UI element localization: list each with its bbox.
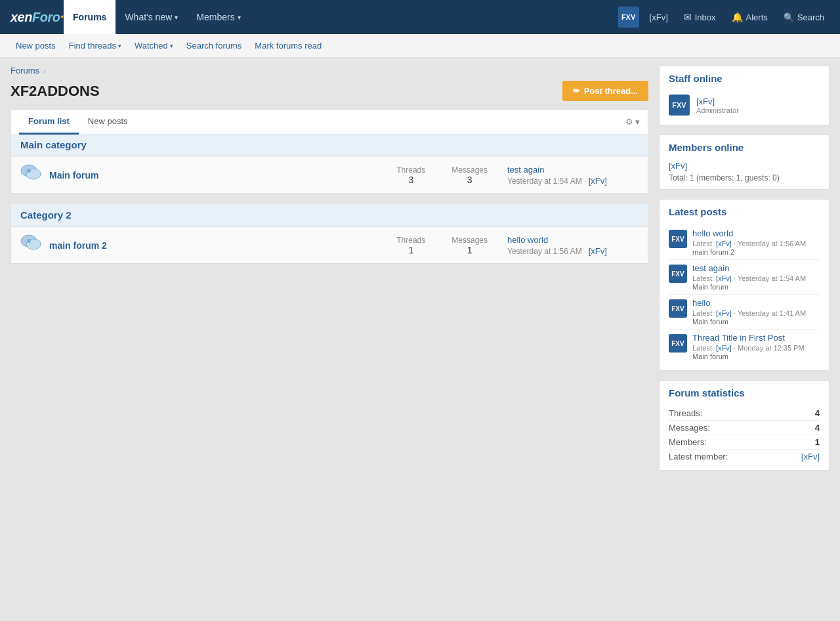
page-wrapper: Forums › XF2ADDONS ✏ Post thread... Foru… — [0, 58, 840, 488]
edit-icon: ✏ — [573, 86, 580, 96]
svg-point-5 — [27, 239, 31, 243]
inbox-icon: ✉ — [684, 12, 692, 22]
forum-name-main-forum[interactable]: Main forum — [49, 170, 396, 181]
breadcrumb: Forums › — [10, 66, 648, 75]
subnav-search-forums[interactable]: Search forums — [181, 34, 247, 58]
tabs-bar: Forum list New posts ⚙ ▾ — [10, 109, 648, 134]
threads-stat: Threads 3 — [396, 165, 425, 185]
bell-icon: 🔔 — [732, 12, 743, 22]
alerts-link[interactable]: 🔔 Alerts — [726, 9, 773, 25]
members-online-content: [xFv] Total: 1 (members: 1, guests: 0) — [660, 157, 829, 189]
logo-xen: xen — [10, 10, 32, 24]
forum-statistics-title: Forum statistics — [660, 381, 829, 402]
messages-label-2: Messages — [452, 236, 488, 245]
latest-post-forum-1: Main forum — [692, 283, 820, 291]
tab-new-posts[interactable]: New posts — [79, 110, 137, 135]
whats-new-chevron-icon: ▾ — [175, 14, 178, 21]
staff-online-box: Staff online FXV [xFv] Administrator — [659, 66, 830, 125]
top-nav-right: FXV [xFv] ✉ Inbox 🔔 Alerts 🔍 Search — [618, 7, 830, 28]
members-online-user-link[interactable]: [xFv] — [669, 161, 820, 171]
latest-post-forum-0: main forum 2 — [692, 248, 820, 256]
user-avatar-badge[interactable]: FXV — [618, 7, 639, 28]
nav-item-members[interactable]: Members ▾ — [187, 0, 249, 34]
nav-item-whats-new[interactable]: What's new ▾ — [116, 0, 187, 34]
last-post-title-main-forum[interactable]: test again — [507, 165, 544, 175]
find-threads-chevron-icon: ▾ — [118, 43, 121, 49]
last-post-meta-main-forum-2: Yesterday at 1:56 AM · [xFv] — [507, 246, 639, 256]
username-link[interactable]: [xFv] — [644, 10, 673, 25]
post-thread-button[interactable]: ✏ Post thread... — [562, 81, 648, 101]
tabs-gear-button[interactable]: ⚙ ▾ — [625, 117, 640, 127]
latest-post-avatar-0: FXV — [669, 230, 687, 248]
logo-foro: Foro — [32, 10, 60, 24]
latest-post-meta-3: Latest: [xFv] · Monday at 12:35 PM — [692, 344, 820, 352]
stats-val-messages: 4 — [815, 423, 820, 433]
forum-last-post-main-forum-2: hello world Yesterday at 1:56 AM · [xFv] — [507, 235, 639, 256]
staff-online-title: Staff online — [660, 66, 829, 88]
stats-val-members: 1 — [815, 437, 820, 447]
staff-online-content: FXV [xFv] Administrator — [660, 88, 829, 125]
forum-statistics-content: Threads: 4 Messages: 4 Members: 1 Latest… — [660, 402, 829, 470]
latest-post-user-0[interactable]: [xFv] — [716, 240, 732, 247]
sub-navigation: New posts Find threads ▾ Watched ▾ Searc… — [0, 34, 840, 58]
main-nav: Forums What's new ▾ Members ▾ — [64, 0, 618, 34]
subnav-new-posts[interactable]: New posts — [10, 34, 61, 58]
latest-post-forum-2: Main forum — [692, 318, 820, 326]
stats-key-latest-member: Latest member: — [669, 452, 728, 461]
stats-val-latest-member[interactable]: [xFv] — [801, 452, 820, 461]
last-post-title-main-forum-2[interactable]: hello world — [507, 235, 548, 245]
latest-post-meta-1: Latest: [xFv] · Yesterday at 1:54 AM — [692, 274, 820, 282]
last-post-user-main-forum[interactable]: [xFv] — [589, 176, 607, 186]
latest-post-title-1[interactable]: test again — [692, 263, 820, 273]
messages-value: 3 — [452, 175, 488, 185]
last-post-meta-main-forum: Yesterday at 1:54 AM · [xFv] — [507, 176, 639, 186]
breadcrumb-forums[interactable]: Forums — [10, 66, 39, 75]
latest-posts-title: Latest posts — [660, 200, 829, 221]
watched-chevron-icon: ▾ — [170, 43, 173, 49]
search-button[interactable]: 🔍 Search — [778, 10, 830, 25]
svg-point-2 — [27, 169, 31, 173]
latest-post-user-3[interactable]: [xFv] — [716, 344, 732, 352]
threads-value-2: 1 — [396, 245, 425, 255]
stats-key-members: Members: — [669, 437, 707, 447]
breadcrumb-separator: › — [43, 67, 46, 75]
latest-post-avatar-3: FXV — [669, 334, 687, 353]
forum-section-category-2: Category 2 main forum 2 Threads 1 — [10, 204, 648, 264]
latest-post-avatar-2: FXV — [669, 299, 687, 318]
tab-forum-list[interactable]: Forum list — [19, 110, 79, 135]
latest-post-forum-3: Main forum — [692, 353, 820, 360]
subnav-mark-forums-read[interactable]: Mark forums read — [249, 34, 327, 58]
site-logo[interactable]: xenForo· — [10, 9, 64, 26]
latest-post-title-2[interactable]: hello — [692, 298, 820, 308]
forum-section-main-category: Main category Main forum Threads 3 — [10, 134, 648, 194]
latest-post-title-0[interactable]: hello world — [692, 228, 820, 238]
content-main: Forums › XF2ADDONS ✏ Post thread... Foru… — [10, 66, 648, 480]
section-title-main-category: Main category — [11, 134, 648, 156]
subnav-watched[interactable]: Watched ▾ — [129, 34, 178, 58]
forum-name-main-forum-2[interactable]: main forum 2 — [49, 240, 396, 251]
subnav-find-threads[interactable]: Find threads ▾ — [64, 34, 127, 58]
threads-label-2: Threads — [396, 236, 425, 245]
threads-label: Threads — [396, 165, 425, 175]
latest-post-user-2[interactable]: [xFv] — [716, 309, 732, 317]
latest-post-user-1[interactable]: [xFv] — [716, 274, 732, 282]
threads-value: 3 — [396, 175, 425, 185]
stats-key-threads: Threads: — [669, 408, 702, 418]
last-post-user-main-forum-2[interactable]: [xFv] — [589, 246, 607, 256]
forum-stats-main-forum-2: Threads 1 Messages 1 — [396, 236, 488, 255]
latest-posts-content: FXV hello world Latest: [xFv] · Yesterda… — [660, 221, 829, 370]
nav-item-forums[interactable]: Forums — [64, 0, 116, 34]
staff-role: Administrator — [696, 106, 739, 114]
forum-stats-main-forum: Threads 3 Messages 3 — [396, 165, 488, 185]
section-title-category-2: Category 2 — [11, 204, 648, 226]
sidebar: Staff online FXV [xFv] Administrator Mem… — [659, 66, 830, 480]
members-online-total: Total: 1 (members: 1, guests: 0) — [669, 173, 820, 182]
forum-row-main-forum: Main forum Threads 3 Messages 3 test aga… — [11, 156, 648, 193]
latest-post-title-3[interactable]: Thread Title in First Post — [692, 333, 820, 343]
staff-name[interactable]: [xFv] — [696, 96, 739, 106]
latest-post-item-2: FXV hello Latest: [xFv] · Yesterday at 1… — [669, 294, 820, 329]
gear-icon: ⚙ — [625, 117, 633, 127]
inbox-link[interactable]: ✉ Inbox — [679, 9, 721, 25]
gear-chevron-icon: ▾ — [635, 117, 640, 127]
stats-row-messages: Messages: 4 — [669, 420, 820, 435]
